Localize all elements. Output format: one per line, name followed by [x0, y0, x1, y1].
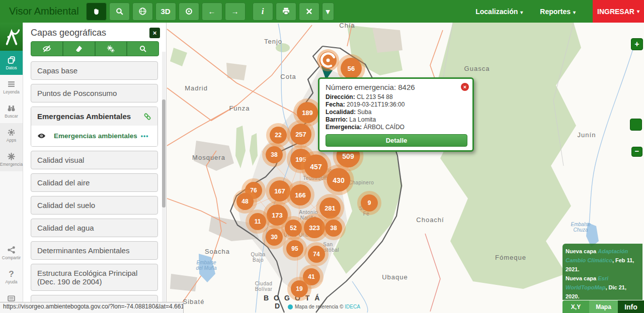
- tab-info[interactable]: Info: [618, 300, 644, 313]
- layer-section-item[interactable]: Calidad visual: [31, 151, 158, 169]
- eye-icon[interactable]: [37, 132, 50, 140]
- cluster-count: 76: [250, 187, 257, 194]
- magnifier-dark-icon: [139, 45, 147, 53]
- search-layers-button[interactable]: [127, 42, 158, 56]
- view-3d-tool-button[interactable]: 3D: [155, 3, 176, 21]
- menu-localizacion[interactable]: Localización▾: [475, 8, 523, 16]
- cluster-marker[interactable]: 48: [236, 193, 254, 210]
- popup-field: Fecha: 2019-03-21T19:36:00: [326, 101, 467, 109]
- zoom-slider-handle[interactable]: [630, 119, 642, 131]
- more-tools-button[interactable]: ▾: [322, 3, 334, 21]
- detalle-button[interactable]: Detalle: [326, 134, 467, 147]
- selected-cluster-marker[interactable]: [316, 49, 340, 74]
- popup-field: Emergencia: ÁRBOL CAÍDO: [326, 124, 467, 131]
- rail-item-apps[interactable]: Apps: [0, 123, 23, 147]
- zoom-select-tool-button[interactable]: [109, 3, 130, 21]
- cluster-count: 48: [242, 198, 248, 205]
- rail-item-leyenda[interactable]: Leyenda: [0, 75, 23, 99]
- hand-icon: [92, 7, 101, 16]
- layer-settings-button[interactable]: [96, 42, 127, 56]
- layer-section-item[interactable]: Calidad del suelo: [31, 196, 158, 215]
- cluster-count: 95: [291, 245, 298, 252]
- hide-all-layers-button[interactable]: [31, 42, 62, 56]
- cluster-marker[interactable]: 95: [286, 240, 303, 257]
- cluster-count: 189: [302, 109, 313, 117]
- cluster-marker[interactable]: 19: [291, 280, 308, 297]
- extent-tool-button[interactable]: [132, 3, 153, 21]
- popup-field-value: La Lomita: [349, 116, 376, 123]
- cluster-marker[interactable]: 74: [308, 246, 325, 263]
- panel-scrollbar[interactable]: [162, 52, 166, 313]
- zoom-in-button[interactable]: +: [631, 38, 643, 50]
- layer-section-label: Capas base: [37, 66, 77, 75]
- ideca-link[interactable]: IDECA: [345, 304, 360, 309]
- tab-xy[interactable]: X,Y: [562, 300, 589, 313]
- popup-field: Dirección: CL 213 54 88: [326, 93, 467, 101]
- tools-menu-button[interactable]: [299, 3, 319, 21]
- cluster-marker[interactable]: 457: [304, 155, 328, 178]
- cluster-marker[interactable]: 430: [327, 168, 351, 192]
- cluster-marker[interactable]: 22: [270, 127, 287, 144]
- sublayer-row[interactable]: Emergencias ambientales•••: [31, 126, 157, 146]
- link-icon[interactable]: [143, 113, 151, 121]
- cluster-marker[interactable]: 56: [341, 58, 362, 79]
- layer-section-item[interactable]: Estructura Ecológica Principal (Dec. 190…: [31, 264, 158, 291]
- cluster-marker[interactable]: 38: [325, 220, 342, 237]
- popup-field-label: Fecha:: [326, 101, 345, 108]
- cluster-marker[interactable]: 38: [266, 146, 283, 163]
- tab-mapa[interactable]: Mapa: [589, 300, 618, 313]
- cluster-marker[interactable]: 189: [297, 102, 318, 123]
- info-tool-icon: i: [262, 7, 264, 17]
- panel-close-icon[interactable]: ×: [149, 28, 160, 38]
- print-tool-button[interactable]: [276, 3, 296, 21]
- cluster-marker[interactable]: 11: [249, 213, 266, 230]
- cluster-marker[interactable]: 166: [290, 184, 311, 205]
- layer-group-header[interactable]: Emergencias Ambientales: [31, 107, 157, 126]
- layer-section-item[interactable]: Capas base: [31, 61, 158, 80]
- cluster-marker[interactable]: 323: [304, 217, 325, 238]
- cluster-marker[interactable]: 167: [269, 180, 290, 201]
- list-icon: [7, 80, 16, 89]
- layer-section-label: Estructura Ecológica Principal (Dec. 190…: [37, 269, 137, 286]
- layer-section-group-expanded: Emergencias AmbientalesEmergencias ambie…: [31, 107, 158, 147]
- popup-field-label: Emergencia:: [326, 124, 362, 131]
- rail-item-datos[interactable]: Datos: [0, 51, 23, 75]
- zoom-out-button[interactable]: −: [631, 147, 642, 157]
- rail-item-buscar[interactable]: Buscar: [0, 99, 23, 123]
- share-icon: [7, 246, 16, 255]
- ingresar-button[interactable]: INGRESAR▾: [593, 0, 644, 23]
- rail-item-label: Leyenda: [3, 89, 20, 94]
- rail-item-emergencia[interactable]: Emergencia: [0, 147, 23, 171]
- ellipsis-icon[interactable]: •••: [141, 133, 149, 140]
- cluster-marker[interactable]: 30: [266, 229, 283, 246]
- binoculars-icon: [7, 104, 16, 113]
- layer-section-item[interactable]: Calidad del aire: [31, 173, 158, 192]
- cluster-count: 22: [275, 132, 281, 139]
- clear-layers-button[interactable]: [63, 42, 95, 56]
- cluster-marker[interactable]: 52: [285, 220, 302, 237]
- layer-section-item[interactable]: Determinantes Ambientales: [31, 241, 158, 260]
- panel-scrollbar-thumb[interactable]: [162, 99, 166, 207]
- cluster-count: 257: [295, 131, 306, 138]
- cluster-marker[interactable]: 173: [267, 204, 288, 226]
- popup-field-value: ÁRBOL CAÍDO: [363, 124, 405, 131]
- info-tool-button[interactable]: i: [253, 3, 273, 21]
- layer-section-item[interactable]: Puntos de Posconsumo: [31, 84, 158, 102]
- next-extent-tool-icon: →: [231, 7, 239, 16]
- previous-extent-tool-icon: ←: [208, 7, 216, 16]
- next-extent-tool-button[interactable]: →: [225, 3, 246, 21]
- rail-item-compartir[interactable]: Compartir: [0, 241, 23, 265]
- cluster-count: 430: [333, 176, 344, 184]
- rail-item-ayuda[interactable]: ?Ayuda: [0, 265, 23, 289]
- printer-icon: [282, 7, 290, 16]
- previous-extent-tool-button[interactable]: ←: [202, 3, 222, 21]
- cluster-marker[interactable]: 257: [290, 124, 311, 145]
- pan-tool-button[interactable]: [86, 3, 107, 21]
- cluster-count: 56: [348, 65, 355, 72]
- cluster-marker[interactable]: 9: [361, 194, 378, 212]
- cluster-marker[interactable]: 281: [319, 197, 341, 219]
- menu-reportes[interactable]: Reportes▾: [540, 8, 576, 16]
- identify-tool-button[interactable]: [179, 3, 199, 21]
- popup-close-icon[interactable]: ×: [461, 83, 469, 91]
- layer-section-item[interactable]: Calidad del agua: [31, 219, 158, 237]
